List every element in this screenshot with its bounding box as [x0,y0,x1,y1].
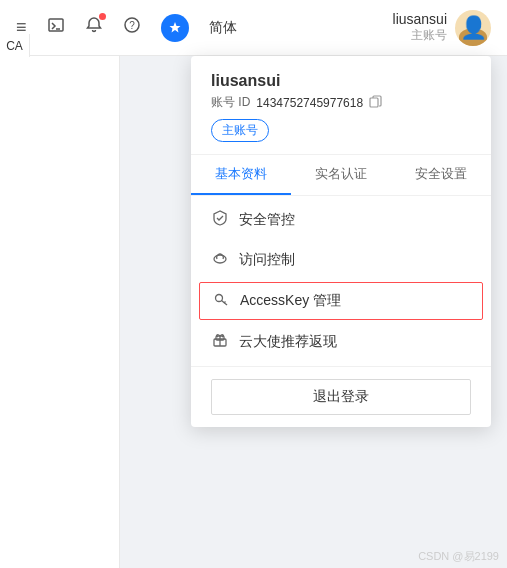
menu-accesskey[interactable]: AccessKey 管理 [199,282,483,320]
svg-point-6 [216,295,223,302]
navbar: ≡ ? 简体 [0,0,507,56]
tab-real-name[interactable]: 实名认证 [291,155,391,195]
navbar-role: 主账号 [393,27,447,44]
menu-access-control[interactable]: 访问控制 [191,240,491,280]
watermark: CSDN @易2199 [418,549,499,564]
user-info: liusansui 主账号 [393,11,447,44]
account-id-label: 账号 ID [211,94,250,111]
svg-point-5 [214,255,226,263]
tab-security-settings[interactable]: 安全设置 [391,155,491,195]
menu-accesskey-label: AccessKey 管理 [240,292,341,310]
language-selector[interactable]: 简体 [209,19,237,37]
shield-icon [211,210,229,230]
navbar-left: ≡ ? 简体 [16,14,373,42]
avatar[interactable] [455,10,491,46]
menu-security-control-label: 安全管控 [239,211,295,229]
account-id-row: 账号 ID 1434752745977618 [211,94,471,111]
user-info-section: liusansui 账号 ID 1434752745977618 主账号 [191,56,491,155]
menu-referral[interactable]: 云大使推荐返现 [191,322,491,362]
menu-security-control[interactable]: 安全管控 [191,200,491,240]
logout-button[interactable]: 退出登录 [211,379,471,415]
display-name: liusansui [211,72,471,90]
menu-section: 安全管控 访问控制 AccessKey 管理 [191,196,491,367]
tab-basic-info[interactable]: 基本资料 [191,155,291,195]
cloud-icon [211,250,229,270]
menu-access-control-label: 访问控制 [239,251,295,269]
menu-referral-label: 云大使推荐返现 [239,333,337,351]
account-id-value: 1434752745977618 [256,96,363,110]
user-dropdown-panel: liusansui 账号 ID 1434752745977618 主账号 基本资… [191,56,491,427]
help-icon[interactable]: ? [123,16,141,39]
ca-indicator: CA [0,34,30,57]
logout-section: 退出登录 [191,367,491,427]
navbar-user[interactable]: liusansui 主账号 [393,10,491,46]
copy-icon[interactable] [369,95,382,111]
key-icon [212,291,230,311]
terminal-icon[interactable] [47,16,65,39]
svg-text:?: ? [129,20,135,31]
svg-rect-4 [370,98,378,107]
sidebar-bg [0,56,120,568]
star-icon[interactable] [161,14,189,42]
profile-tabs: 基本资料 实名认证 安全设置 [191,155,491,196]
bell-icon[interactable] [85,16,103,39]
gift-icon [211,332,229,352]
navbar-username: liusansui [393,11,447,27]
bell-dot [99,13,106,20]
main-account-badge: 主账号 [211,119,269,142]
